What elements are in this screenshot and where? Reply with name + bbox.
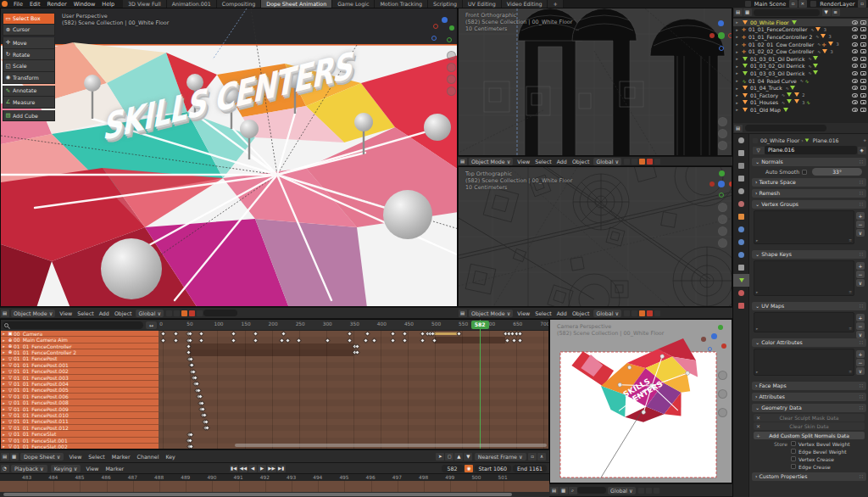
timeline-scrollbar[interactable] xyxy=(3,493,512,496)
breadcrumb-object[interactable]: 00_White Floor xyxy=(760,137,799,143)
channel-row[interactable]: ▸▽01_01_FencePost.001 xyxy=(1,362,159,368)
header-icon[interactable]: ▫ xyxy=(528,453,537,461)
hide-toggle-icon[interactable] xyxy=(852,35,858,39)
panel-header[interactable]: ⌄ Shape Keys∷ xyxy=(752,250,866,259)
keyframe[interactable] xyxy=(420,332,424,336)
fake-user-button[interactable]: ◈ xyxy=(858,147,866,154)
viewlayer-selector[interactable]: RenderLayer xyxy=(817,1,857,8)
specials-menu-button[interactable]: ∨ xyxy=(856,367,865,375)
remove-item-button[interactable]: − xyxy=(856,359,865,366)
channel-row[interactable]: ▸▽01_01_FenceSlat.001 xyxy=(1,438,159,444)
uv-maps-list[interactable]: ▸≡ xyxy=(754,312,854,332)
workspace-tab[interactable]: Video Editing xyxy=(502,0,548,8)
menu-help[interactable]: Help xyxy=(98,1,118,8)
render-toggle-icon[interactable] xyxy=(860,71,866,75)
blender-logo-icon[interactable] xyxy=(2,1,8,7)
keyframe[interactable] xyxy=(457,332,460,336)
view-layer-tab[interactable] xyxy=(733,172,749,185)
panel-header[interactable]: › Attributes∷ xyxy=(752,393,866,401)
world-tab[interactable] xyxy=(733,198,749,210)
keyframe[interactable] xyxy=(365,332,369,336)
panel-header[interactable]: ⌄ Vertex Groups∷ xyxy=(752,200,866,209)
map-pin[interactable] xyxy=(223,87,240,104)
menu-view[interactable]: View xyxy=(515,310,532,316)
play-button[interactable]: ▶ xyxy=(258,465,266,472)
header-toggle-icon[interactable] xyxy=(632,310,637,316)
snap-mode-selector[interactable]: Nearest Frame ∨ xyxy=(475,453,526,461)
channel-row[interactable]: ▸▽01_01_FenceSlat.002 xyxy=(1,444,159,450)
channel-row[interactable]: ▸▽01_01_FencePost.005 xyxy=(1,388,159,394)
keyframe[interactable] xyxy=(403,332,406,336)
header-toggle-icon[interactable] xyxy=(166,310,172,316)
viewport-search-input[interactable] xyxy=(203,310,237,316)
header-icon[interactable]: ∧ xyxy=(537,453,546,461)
keyframe[interactable] xyxy=(189,433,192,436)
tool-annotate[interactable]: ✎Annotate xyxy=(3,86,55,98)
shape-keys-list[interactable]: ▸≡ xyxy=(754,260,854,296)
channel-row[interactable]: ▸⊕01_01_FenceController 2 xyxy=(1,349,159,355)
editor-type-button[interactable]: ▤ xyxy=(459,310,467,317)
pan-tool-button[interactable] xyxy=(718,389,727,399)
frame-start-field[interactable]: Start 1060 xyxy=(475,465,511,472)
header-toggle-icon[interactable] xyxy=(174,310,180,316)
keyframe[interactable] xyxy=(253,332,257,336)
viewport-search-input[interactable] xyxy=(577,487,606,494)
nav-gizmo[interactable] xyxy=(709,20,732,54)
tool-rotate[interactable]: ↻Rotate xyxy=(3,49,55,61)
keyframe[interactable] xyxy=(202,407,205,410)
add-item-button[interactable]: + xyxy=(856,262,865,270)
camera-view-button[interactable] xyxy=(718,408,727,417)
transform-orientation-selector[interactable]: Global ∨ xyxy=(593,158,621,165)
clear-skin-data-button[interactable]: Clear Skin Data✕ xyxy=(754,422,865,430)
outliner-item[interactable]: ▸∿01_04_Road Curve∿∿ xyxy=(733,77,868,85)
mesh-name-field[interactable]: Plane.016 xyxy=(765,146,857,154)
frame-end-field[interactable]: End 1161 xyxy=(513,465,547,472)
channel-row[interactable]: ▸▽01_01_FencePost.011 xyxy=(1,419,159,425)
scene-tab[interactable] xyxy=(733,185,749,198)
keyframe[interactable] xyxy=(231,332,235,336)
header-toggle-icon[interactable] xyxy=(654,310,660,316)
channel-row[interactable]: ▸▽01_01_FencePost.006 xyxy=(1,394,159,399)
add-item-button[interactable]: + xyxy=(856,212,865,220)
dope-sheet-scrollbar[interactable] xyxy=(235,444,547,447)
tool-scale[interactable]: ◱Scale xyxy=(3,60,55,72)
properties-editor-icon[interactable]: ▤ xyxy=(734,125,743,132)
workspace-tab[interactable]: UV Editing xyxy=(463,0,502,8)
zoom-tool-button[interactable] xyxy=(718,371,727,380)
workspace-tab[interactable]: 3D View Full xyxy=(123,0,167,8)
outliner-search-input[interactable] xyxy=(754,9,820,16)
add-item-button[interactable]: + xyxy=(856,314,865,321)
keyframe[interactable] xyxy=(391,332,394,336)
channel-row[interactable]: ▸▽01_01_FencePost.010 xyxy=(1,412,159,418)
outliner-item[interactable]: ▸✛01_02_01_Cow Controller∿✛3 xyxy=(733,41,868,48)
hide-toggle-icon[interactable] xyxy=(852,93,858,98)
prev-key-button[interactable]: ◀◀ xyxy=(239,465,248,472)
channel-row[interactable]: ▸▽01_01_FencePost.003 xyxy=(1,375,159,381)
add-custom-split-normals-data-button[interactable]: Add Custom Split Normals Data+ xyxy=(754,432,865,439)
header-toggle-icon[interactable] xyxy=(632,159,637,165)
playback-menu[interactable]: Playback ∨ xyxy=(11,465,47,472)
delete-scene-button[interactable]: × xyxy=(798,0,807,8)
outliner-item[interactable]: ▸01_03_03_Oil Derrick∿ xyxy=(733,70,868,77)
zoom-tool-button[interactable] xyxy=(447,51,456,60)
menu-select[interactable]: Select xyxy=(532,159,554,165)
channel-row[interactable]: ▸⊕00_Main Camera Aim xyxy=(1,337,159,343)
camera-view-button[interactable] xyxy=(447,75,456,84)
menu-render[interactable]: Render xyxy=(43,1,70,8)
header-toggle-icon[interactable] xyxy=(624,310,630,316)
keyframe[interactable] xyxy=(174,332,177,336)
keying-menu[interactable]: Keying ∨ xyxy=(51,465,81,472)
tool-select-box[interactable]: ▭Select Box xyxy=(3,13,55,25)
expand-channels-button[interactable]: ↔ xyxy=(146,321,157,329)
playhead[interactable] xyxy=(480,320,481,450)
keyframe[interactable] xyxy=(512,338,515,342)
dope-sheet-channels[interactable]: ↔ ▸▣00_Camera▸⊕00_Main Camera Aim▸⊕01_01… xyxy=(1,320,159,450)
clear-sculpt-mask-data-button[interactable]: Clear Sculpt Mask Data✕ xyxy=(754,414,865,422)
panel-header[interactable]: › Remesh∷ xyxy=(752,189,866,198)
panel-header[interactable]: ⌄ Geometry Data∷ xyxy=(752,404,866,412)
material-tab[interactable] xyxy=(733,287,749,299)
panel-header[interactable]: › Texture Space∷ xyxy=(752,178,866,187)
nav-gizmo[interactable] xyxy=(709,170,732,199)
header-toggle-icon[interactable] xyxy=(647,159,653,165)
menu-window[interactable]: Window xyxy=(70,1,99,8)
